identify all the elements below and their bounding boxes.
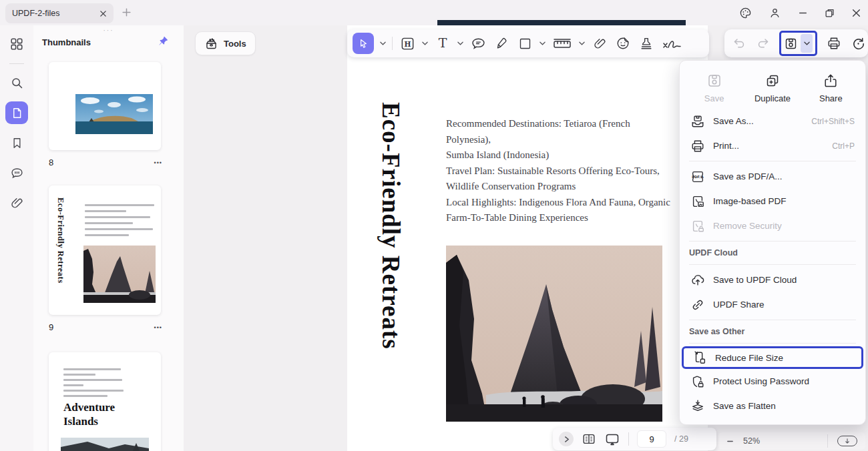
menu-item-updf-share[interactable]: UPDF Share	[680, 292, 865, 317]
redo-icon[interactable]	[756, 37, 770, 51]
text-tool-icon[interactable]: T	[434, 33, 451, 53]
attach-tool-icon[interactable]	[591, 33, 608, 53]
measure-tool-icon[interactable]	[552, 33, 573, 53]
highlighter-tool-icon[interactable]	[493, 33, 510, 53]
save-dropdown-icon[interactable]	[801, 34, 813, 53]
header-tool-dropdown-icon[interactable]	[422, 41, 428, 45]
page-number-input[interactable]	[637, 430, 666, 448]
fit-page-icon[interactable]	[837, 436, 857, 446]
shape-tool-icon[interactable]	[516, 33, 533, 53]
theme-palette-icon[interactable]	[739, 7, 752, 19]
thumbnail-page-9[interactable]: Eco-Friendly Retreats	[49, 185, 161, 315]
paragraph-line: Wildlife Conservation Programs	[446, 179, 670, 195]
tools-button[interactable]: Tools	[195, 31, 256, 55]
comment-tool-icon[interactable]	[469, 33, 487, 53]
rail-divider	[9, 63, 24, 64]
pdfa-icon: PDF/A	[690, 169, 705, 184]
thumbnails-panel: ··· Thumbnails 8 •••	[33, 25, 184, 451]
thumbnail-more-icon[interactable]: •••	[154, 324, 162, 331]
cloud-upload-icon	[690, 273, 705, 288]
quick-share-button[interactable]: Share	[802, 69, 860, 107]
zoom-out-icon[interactable]	[726, 438, 734, 445]
menu-item-label: Protect Using Password	[713, 376, 809, 386]
tab-close-icon[interactable]	[99, 10, 107, 17]
svg-text:H: H	[404, 39, 411, 47]
menu-item-label: Save to UPDF Cloud	[713, 275, 797, 285]
menu-separator	[689, 343, 856, 344]
thumbnail-more-icon[interactable]: •••	[154, 159, 162, 166]
shape-tool-dropdown-icon[interactable]	[539, 41, 546, 45]
minimize-icon[interactable]	[798, 8, 808, 18]
quick-duplicate-button[interactable]: Duplicate	[743, 69, 801, 107]
menu-item-save-as[interactable]: Save As... Ctrl+Shift+S	[680, 109, 865, 133]
page-total-label: / 29	[674, 434, 688, 444]
account-icon[interactable]	[769, 7, 781, 19]
measure-tool-dropdown-icon[interactable]	[579, 41, 585, 45]
menu-item-save-as-flatten[interactable]: Save as Flatten	[680, 394, 865, 418]
document-viewport: Eco-Friendly Retreats Recommended Destin…	[184, 25, 868, 451]
menu-item-image-based-pdf[interactable]: Image-based PDF	[680, 189, 865, 213]
menu-item-label: Print...	[713, 141, 739, 151]
menu-item-save-as-pdfa[interactable]: PDF/A Save as PDF/A...	[680, 164, 865, 189]
document-tab[interactable]: UPDF-2-files	[5, 3, 114, 23]
tab-title: UPDF-2-files	[12, 9, 94, 18]
menu-item-print[interactable]: Print... Ctrl+P	[680, 133, 865, 158]
print-icon	[690, 139, 705, 153]
toolbar-divider	[392, 37, 393, 50]
zoom-bar: 52%	[718, 432, 865, 450]
signature-tool-icon[interactable]	[661, 33, 684, 53]
main-toolbar: H T	[347, 29, 709, 57]
expand-panel-icon[interactable]	[559, 432, 574, 446]
island-photo-thumb	[75, 94, 153, 134]
save-as-icon	[690, 114, 705, 129]
menu-item-label: Save as Flatten	[713, 401, 776, 411]
menu-separator	[689, 264, 856, 265]
save-icon[interactable]	[784, 37, 798, 51]
panel-title: Thumbnails	[42, 37, 91, 47]
rock-formation-photo	[446, 246, 662, 422]
quick-save-button[interactable]: Save	[685, 69, 743, 107]
text-tool-dropdown-icon[interactable]	[457, 41, 463, 45]
header-tool-icon[interactable]: H	[399, 33, 416, 53]
comments-icon[interactable]	[5, 161, 28, 184]
presentation-mode-icon[interactable]	[604, 431, 620, 447]
attachments-icon[interactable]	[5, 191, 28, 214]
two-page-view-icon[interactable]	[582, 432, 596, 446]
paragraph-line: Sumba Island (Indonesia)	[446, 147, 670, 163]
thumbnails-panel-icon[interactable]	[5, 101, 28, 124]
menu-item-label: Remove Security	[713, 221, 782, 231]
new-tab-icon[interactable]	[122, 7, 132, 17]
menu-item-shortcut: Ctrl+P	[832, 141, 855, 151]
pin-icon[interactable]	[158, 35, 169, 47]
undo-icon[interactable]	[732, 37, 746, 51]
quick-share-label: Share	[819, 93, 843, 103]
menu-item-reduce-file-size[interactable]: Reduce File Size	[682, 346, 863, 369]
sticker-tool-icon[interactable]	[614, 33, 632, 53]
bookmarks-icon[interactable]	[5, 131, 28, 154]
menu-item-protect-using-password[interactable]: Protect Using Password	[680, 369, 865, 394]
app-grid-icon[interactable]	[5, 33, 28, 55]
print-icon[interactable]	[827, 36, 841, 51]
search-icon[interactable]	[5, 71, 28, 94]
svg-text:PDF/A: PDF/A	[692, 175, 703, 179]
restore-icon[interactable]	[825, 8, 835, 18]
window-close-icon[interactable]	[851, 8, 861, 18]
menu-item-shortcut: Ctrl+Shift+S	[811, 117, 855, 126]
paragraph-line: Recommended Destinations: Tetiaroa (Fren…	[446, 116, 670, 147]
menu-separator	[689, 320, 856, 320]
rotate-pages-icon[interactable]	[851, 36, 866, 51]
thumbnail-page-8[interactable]	[49, 62, 161, 150]
select-tool-dropdown-icon[interactable]	[380, 41, 386, 45]
menu-item-save-to-updf-cloud[interactable]: Save to UPDF Cloud	[680, 268, 865, 292]
stamp-tool-icon[interactable]	[638, 33, 655, 53]
menu-item-remove-security[interactable]: Remove Security	[680, 213, 865, 238]
quick-duplicate-label: Duplicate	[754, 93, 791, 103]
select-tool-button[interactable]	[353, 33, 374, 54]
share-icon	[823, 73, 839, 89]
thumbnail-page-10[interactable]: Adventure Islands	[49, 352, 161, 451]
updf-window: UPDF-2-files	[0, 0, 868, 451]
save-dropdown-menu: Save Duplicate	[679, 60, 866, 425]
paragraph-line: Farm-To-Table Dining Experiences	[446, 210, 670, 226]
left-icon-rail	[0, 25, 33, 451]
panel-drag-handle[interactable]: ···	[33, 27, 184, 34]
